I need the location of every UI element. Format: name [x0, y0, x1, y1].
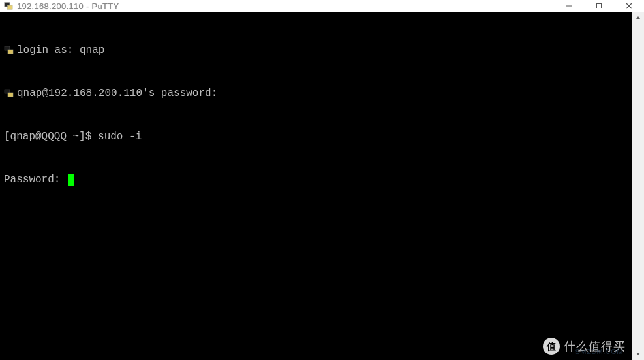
minimize-button[interactable]: [554, 0, 584, 12]
svg-marker-12: [636, 353, 640, 355]
login-prompt-label: login as:: [17, 43, 80, 57]
watermark-subtext: SMZDM.COM: [575, 344, 623, 359]
svg-rect-10: [8, 93, 13, 97]
close-button[interactable]: [614, 0, 644, 12]
ssh-password-prompt: qnap@192.168.200.110's password:: [17, 86, 217, 101]
svg-rect-1: [7, 5, 12, 9]
svg-rect-4: [597, 4, 602, 8]
scroll-track[interactable]: [632, 24, 644, 348]
sudo-password-prompt: Password:: [4, 172, 67, 187]
terminal-line-command: [qnap@QQQQ ~]$ sudo -i: [4, 129, 628, 144]
scroll-down-button[interactable]: [632, 348, 644, 360]
svg-rect-8: [8, 50, 13, 54]
vertical-scrollbar[interactable]: [632, 12, 644, 360]
putty-line-icon: [4, 88, 14, 99]
terminal-cursor: [68, 174, 74, 186]
putty-line-icon: [4, 45, 14, 56]
terminal-line-login: login as: qnap: [4, 43, 628, 57]
terminal[interactable]: login as: qnap qnap@192.168.200.110's pa…: [0, 12, 632, 360]
terminal-container: login as: qnap qnap@192.168.200.110's pa…: [0, 12, 644, 360]
scroll-up-button[interactable]: [632, 12, 644, 24]
maximize-button[interactable]: [584, 0, 614, 12]
watermark-badge-icon: 值: [543, 338, 560, 355]
terminal-line-ssh-password: qnap@192.168.200.110's password:: [4, 86, 628, 101]
svg-marker-11: [636, 16, 640, 19]
shell-prompt: [qnap@QQQQ ~]$: [4, 129, 98, 144]
putty-app-icon: [4, 1, 13, 10]
window-titlebar: 192.168.200.110 - PuTTY: [0, 0, 644, 12]
window-title: 192.168.200.110 - PuTTY: [17, 1, 119, 11]
shell-command: sudo -i: [98, 129, 142, 144]
window-controls: [554, 0, 644, 12]
login-username: qnap: [80, 43, 104, 57]
terminal-line-sudo-password: Password:: [4, 172, 628, 187]
